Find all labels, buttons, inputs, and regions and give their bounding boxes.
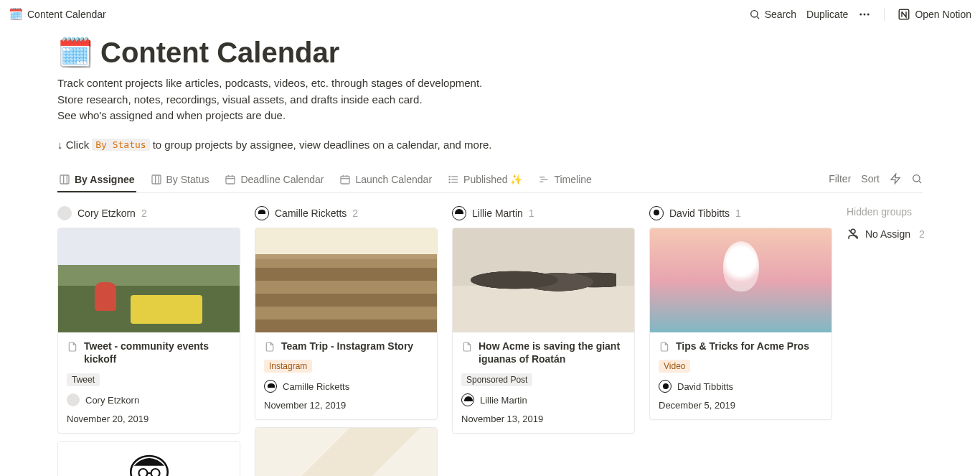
tab-deadline-calendar[interactable]: Deadline Calendar [223, 169, 325, 192]
more-button[interactable] [858, 8, 871, 21]
board-icon [151, 174, 162, 185]
avatar [649, 206, 664, 220]
tab-launch-calendar[interactable]: Launch Calendar [338, 169, 433, 192]
board-card[interactable] [255, 427, 438, 476]
hidden-group-label: No Assign [865, 228, 910, 240]
svg-point-0 [750, 11, 757, 17]
automation-button[interactable] [890, 173, 901, 185]
tab-timeline[interactable]: Timeline [537, 169, 593, 192]
desc-line: Store research, notes, recordings, visua… [57, 92, 923, 108]
svg-point-34 [151, 469, 159, 476]
tab-label: By Status [166, 174, 209, 185]
hint-chip: By Status [92, 139, 149, 151]
desc-line: Track content projects like articles, po… [57, 75, 923, 92]
column-count: 1 [529, 207, 534, 219]
hidden-groups-title: Hidden groups [847, 206, 954, 218]
calendar-icon [339, 174, 351, 185]
column-count: 2 [352, 207, 358, 219]
board-card[interactable] [57, 441, 240, 476]
breadcrumb-title: Content Calendar [27, 9, 106, 20]
page-description[interactable]: Track content projects like articles, po… [57, 75, 923, 124]
open-notion-label: Open Notion [915, 9, 971, 20]
page-title[interactable]: Content Calendar [100, 37, 339, 69]
calendar-icon [225, 174, 236, 185]
svg-rect-16 [341, 176, 349, 184]
assignee-name: Cory Etzkorn [85, 395, 139, 406]
page-icon [659, 341, 670, 353]
board: Cory Etzkorn2Tweet - community events ki… [57, 206, 923, 477]
topbar-actions: Search Duplicate Open Notion [749, 8, 971, 21]
card-title: How Acme is saving the giant iguanas of … [479, 340, 626, 367]
card-tag: Video [659, 360, 690, 373]
card-title: Team Trip - Instagram Story [281, 340, 413, 353]
board-column: Lillie Martin1How Acme is saving the gia… [452, 206, 635, 442]
tab-by-assignee[interactable]: By Assignee [57, 169, 136, 192]
column-header[interactable]: David Tibbitts1 [649, 206, 832, 220]
avatar [67, 393, 80, 406]
column-header[interactable]: Lillie Martin1 [452, 206, 635, 220]
hidden-groups: Hidden groupsNo Assign2 [847, 206, 954, 241]
board-card[interactable]: Tips & Tricks for Acme ProsVideoDavid Ti… [649, 228, 832, 421]
sort-button[interactable]: Sort [861, 173, 880, 185]
open-notion-button[interactable]: Open Notion [897, 8, 971, 21]
hint-suffix: to group projects by assignee, view dead… [153, 139, 492, 151]
assignee-name: Lillie Martin [480, 395, 527, 406]
card-date: December 5, 2019 [659, 400, 823, 411]
search-view-button[interactable] [911, 173, 923, 185]
card-assignee: Lillie Martin [461, 393, 626, 406]
duplicate-button[interactable]: Duplicate [806, 9, 848, 20]
list-icon [448, 174, 459, 185]
card-cover [255, 428, 437, 476]
column-count: 2 [141, 207, 147, 219]
avatar [461, 393, 474, 406]
search-icon [749, 9, 760, 20]
card-tag: Instagram [264, 360, 312, 373]
tab-published-[interactable]: Published ✨ [446, 169, 524, 192]
tab-label: By Assignee [75, 174, 135, 185]
page-icon [264, 341, 275, 353]
tab-label: Published ✨ [463, 174, 522, 185]
view-tabs-row: By AssigneeBy StatusDeadline CalendarLau… [57, 169, 923, 193]
svg-point-25 [449, 182, 450, 182]
card-body: How Acme is saving the giant iguanas of … [453, 332, 634, 434]
tab-label: Timeline [554, 174, 591, 185]
board-card[interactable]: Tweet - community events kickoffTweetCor… [57, 228, 240, 434]
filter-button[interactable]: Filter [829, 173, 851, 185]
card-cover [650, 228, 831, 332]
column-assignee: David Tibbitts [669, 207, 730, 219]
svg-rect-12 [226, 176, 235, 184]
notion-logo-icon [897, 8, 910, 21]
desc-line: See who's assigned and when projects are… [57, 108, 923, 124]
page-emoji-icon[interactable]: 🗓️ [57, 36, 93, 70]
card-date: November 13, 2019 [461, 414, 626, 424]
svg-point-24 [449, 179, 450, 179]
board-column: David Tibbitts1Tips & Tricks for Acme Pr… [649, 206, 832, 428]
card-title: Tweet - community events kickoff [84, 340, 231, 367]
search-icon [911, 173, 923, 185]
column-header[interactable]: Camille Ricketts2 [255, 206, 438, 220]
avatar [255, 206, 269, 220]
topbar: 🗓️ Content Calendar Search Duplicate Ope… [0, 0, 980, 29]
hint-prefix: ↓ Click [57, 139, 89, 151]
hidden-group-count: 2 [919, 228, 925, 240]
view-tabs: By AssigneeBy StatusDeadline CalendarLau… [57, 169, 593, 192]
card-cover [255, 228, 437, 332]
tab-by-status[interactable]: By Status [149, 169, 211, 192]
bolt-icon [890, 173, 901, 185]
svg-rect-6 [60, 175, 69, 184]
svg-point-3 [864, 14, 866, 16]
column-assignee: Cory Etzkorn [77, 207, 136, 219]
board-card[interactable]: How Acme is saving the giant iguanas of … [452, 228, 635, 434]
page-title-row: 🗓️ Content Calendar [57, 36, 923, 70]
avatar [659, 380, 672, 393]
search-button[interactable]: Search [749, 9, 796, 20]
card-cover [58, 442, 240, 476]
hidden-group-item[interactable]: No Assign2 [847, 228, 954, 241]
breadcrumb[interactable]: 🗓️ Content Calendar [9, 9, 106, 20]
page-content: 🗓️ Content Calendar Track content projec… [0, 36, 980, 476]
avatar [452, 206, 466, 220]
column-header[interactable]: Cory Etzkorn2 [57, 206, 240, 220]
board-card[interactable]: Team Trip - Instagram StoryInstagramCami… [255, 228, 438, 421]
card-assignee: Cory Etzkorn [67, 393, 231, 406]
column-assignee: Camille Ricketts [275, 207, 347, 219]
